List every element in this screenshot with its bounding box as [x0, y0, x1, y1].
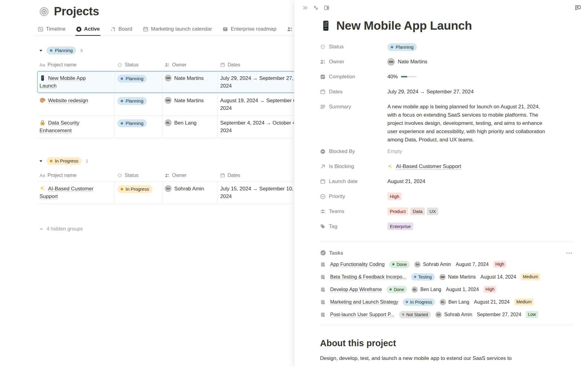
- task-name[interactable]: App Functionality Coding: [330, 262, 385, 267]
- priority-chip[interactable]: High: [387, 193, 402, 200]
- group-status-pill[interactable]: In Progress: [47, 157, 82, 165]
- task-status-pill[interactable]: Done: [386, 286, 407, 293]
- expand-icon[interactable]: [313, 5, 319, 11]
- property-value-tag[interactable]: Enterprise: [387, 221, 574, 230]
- group-toggle-triangle-icon[interactable]: [39, 159, 43, 163]
- property-value-status[interactable]: Planning: [387, 42, 574, 51]
- task-priority-chip[interactable]: High: [493, 261, 507, 268]
- more-options-icon[interactable]: •••: [566, 250, 574, 256]
- property-label[interactable]: Status: [320, 42, 387, 52]
- team-chip[interactable]: Data: [410, 208, 425, 215]
- hidden-groups-toggle[interactable]: 4 hidden groups: [39, 226, 303, 232]
- column-header-status[interactable]: Status: [115, 59, 162, 71]
- property-value-owner[interactable]: NMNate Martins: [387, 57, 574, 66]
- task-row[interactable]: Beta Testing & Feedback Incorpo... Testi…: [320, 271, 574, 283]
- dates-cell[interactable]: September 4, 2024 → October 4, 2024: [218, 116, 303, 138]
- status-pill[interactable]: Planning: [117, 97, 147, 105]
- task-status-pill[interactable]: In Progress: [403, 298, 435, 306]
- task-owner[interactable]: SASohrab Amin: [414, 261, 451, 268]
- page-title[interactable]: Projects: [54, 5, 99, 18]
- property-label[interactable]: Completion: [320, 72, 387, 82]
- status-pill[interactable]: Planning: [117, 119, 147, 127]
- owner-cell[interactable]: NMNate Martins: [162, 71, 218, 93]
- property-label[interactable]: Blocked By: [320, 146, 387, 157]
- task-name[interactable]: Post-launch User Support P...: [330, 312, 394, 317]
- property-value-completion[interactable]: 40%: [387, 72, 574, 81]
- status-pill[interactable]: In Progress: [117, 185, 153, 193]
- side-peek-icon[interactable]: [324, 5, 330, 11]
- task-status-pill[interactable]: Testing: [411, 273, 435, 281]
- table-row[interactable]: Data Security Enhancement Planning BLBen…: [37, 116, 303, 138]
- task-date[interactable]: August 14, 2024: [481, 274, 516, 280]
- task-name[interactable]: Develop App Wireframe: [330, 287, 382, 292]
- task-owner[interactable]: BLBen Lang: [440, 299, 469, 305]
- tab-timeline[interactable]: Timeline: [37, 25, 66, 36]
- tab-board[interactable]: Board: [110, 25, 133, 36]
- column-header-dates[interactable]: Dates: [218, 59, 303, 71]
- project-name-cell[interactable]: AI-Based Customer Support: [37, 182, 115, 204]
- team-chip[interactable]: UX: [427, 208, 438, 215]
- dates-cell[interactable]: July 29, 2024 → September 27, 2024: [218, 71, 303, 93]
- project-name[interactable]: New Mobile App Launch: [40, 75, 86, 89]
- project-name-cell[interactable]: Data Security Enhancement: [37, 116, 115, 138]
- dates-cell[interactable]: July 15, 2024 → September 10, 2024: [218, 182, 303, 204]
- property-label[interactable]: Teams: [320, 206, 387, 217]
- tab-enterprise-roadmap[interactable]: Enterprise roadmap: [222, 25, 277, 36]
- task-priority-chip[interactable]: Low: [526, 311, 538, 318]
- task-row[interactable]: App Functionality Coding Done SASohrab A…: [320, 258, 574, 271]
- linked-project[interactable]: AI-Based Customer Support: [396, 163, 461, 170]
- column-header-dates[interactable]: Dates: [218, 169, 303, 181]
- status-cell[interactable]: Planning: [115, 116, 162, 138]
- project-title[interactable]: New Mobile App Launch: [336, 19, 472, 32]
- column-header-name[interactable]: AaProject name: [37, 59, 115, 71]
- column-header-status[interactable]: Status: [115, 169, 162, 181]
- project-name[interactable]: Website redesign: [48, 98, 88, 103]
- property-value-teams[interactable]: Product Data UX: [387, 206, 574, 215]
- task-name[interactable]: Marketing and Launch Strategy: [330, 299, 398, 305]
- column-header-owner[interactable]: Owner: [162, 169, 218, 181]
- property-value-summary[interactable]: A new mobile app is being planned for la…: [387, 102, 547, 144]
- owner-cell[interactable]: BLBen Lang: [162, 116, 218, 138]
- property-label[interactable]: Summary: [320, 102, 387, 112]
- table-row[interactable]: AI-Based Customer Support In Progress SA…: [37, 182, 303, 204]
- property-value-launch-date[interactable]: August 21, 2024: [387, 176, 574, 185]
- table-row[interactable]: Website redesign Planning NMNate Martins…: [37, 93, 303, 116]
- status-pill[interactable]: Planning: [117, 75, 147, 83]
- dates-cell[interactable]: August 19, 2024 → September 6, 2024: [218, 93, 303, 115]
- property-label[interactable]: Launch date: [320, 176, 387, 187]
- task-date[interactable]: August 1, 2024: [446, 287, 479, 292]
- property-value-blocked-by[interactable]: Empty: [387, 146, 574, 155]
- status-pill[interactable]: Planning: [387, 43, 417, 51]
- team-chip[interactable]: Product: [387, 208, 408, 215]
- double-chevron-right-icon[interactable]: [302, 5, 308, 11]
- project-name-cell[interactable]: New Mobile App Launch: [37, 71, 115, 93]
- column-header-name[interactable]: AaProject name: [37, 169, 115, 181]
- status-cell[interactable]: Planning: [115, 93, 162, 115]
- task-status-pill[interactable]: Done: [389, 261, 410, 268]
- task-date[interactable]: August 7, 2024: [456, 262, 489, 267]
- column-header-owner[interactable]: Owner: [162, 59, 218, 71]
- task-status-pill[interactable]: Not Started: [399, 311, 431, 318]
- task-priority-chip[interactable]: Medium: [521, 273, 540, 280]
- project-name-cell[interactable]: Website redesign: [37, 93, 115, 115]
- property-label[interactable]: Dates: [320, 87, 387, 97]
- property-value-dates[interactable]: July 29, 2024 → September 27, 2024: [387, 87, 574, 95]
- status-cell[interactable]: In Progress: [115, 182, 162, 204]
- owner-cell[interactable]: SASohrab Amin: [162, 182, 218, 204]
- task-date[interactable]: August 21, 2024: [474, 299, 510, 305]
- task-row[interactable]: Develop App Wireframe Done BLBen Lang Au…: [320, 283, 574, 296]
- owner-cell[interactable]: NMNate Martins: [162, 93, 218, 115]
- tab-marketing-launch-calendar[interactable]: Marketing launch calendar: [142, 25, 213, 36]
- task-row[interactable]: Marketing and Launch Strategy In Progres…: [320, 296, 574, 308]
- task-name[interactable]: Beta Testing & Feedback Incorpo...: [330, 274, 406, 280]
- task-priority-chip[interactable]: Medium: [514, 298, 534, 305]
- task-owner[interactable]: SASohrab Amin: [435, 312, 472, 318]
- property-label[interactable]: Tag: [320, 221, 387, 232]
- comment-icon[interactable]: [574, 4, 581, 11]
- property-label[interactable]: Is Blocking: [320, 161, 387, 172]
- task-owner[interactable]: BLBen Lang: [412, 286, 441, 293]
- property-value-is-blocking[interactable]: AI-Based Customer Support: [387, 161, 574, 170]
- table-row-selected[interactable]: New Mobile App Launch Planning NMNate Ma…: [37, 71, 303, 93]
- status-cell[interactable]: Planning: [115, 71, 162, 93]
- property-value-priority[interactable]: High: [387, 191, 574, 200]
